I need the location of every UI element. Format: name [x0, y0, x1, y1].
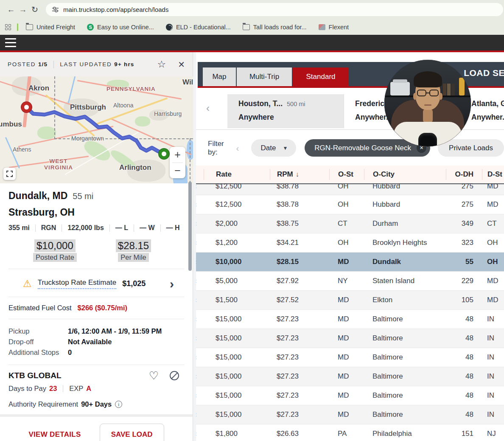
private-loads-pill[interactable]: Private Loads — [438, 139, 504, 157]
view-details-button[interactable]: VIEW DETAILS — [28, 430, 81, 439]
cell-o_city: Staten Island — [364, 277, 446, 285]
favorite-star-icon[interactable]: ☆ — [157, 59, 166, 69]
load-row[interactable]: ‹$15,000$27.23MDBaltimore48IN — [196, 405, 504, 424]
column-header-d_st[interactable]: D-St — [482, 169, 504, 180]
loads-table: RateRPM↓O-StO-CityO-DHD-St ‹$12,500$38.7… — [196, 166, 504, 441]
cell-o_st: OH — [329, 200, 364, 209]
tab-standard[interactable]: Standard — [293, 67, 349, 86]
cell-o_st: MD — [329, 315, 364, 323]
load-row[interactable]: ‹$2,000$38.75CTDurham349CT — [196, 214, 504, 233]
load-row[interactable]: ‹$15,000$27.23MDBaltimore48IN — [196, 329, 504, 348]
bookmark-item[interactable]: Flexent — [319, 24, 349, 31]
left-panel-scrollbar[interactable] — [188, 182, 192, 271]
cell-o_dh: 48 — [446, 410, 482, 419]
route-map[interactable]: + − AkronPENNSYLVANIAPittsburghAltoonaHa… — [0, 76, 193, 183]
filter-by-label: Filter by: — [208, 140, 228, 157]
search-tab[interactable]: Houston, T...500 miAnywhere — [227, 94, 344, 128]
bookmarks-separator — [17, 23, 18, 31]
load-row[interactable]: ‹$1,500$27.52MDElkton105MD — [196, 291, 504, 310]
chevron-right-icon[interactable]: › — [170, 279, 174, 289]
cell-o_st: MD — [329, 296, 364, 304]
column-header-rate[interactable]: Rate — [204, 169, 270, 180]
reload-icon[interactable]: ↻ — [29, 5, 41, 14]
cell-o_dh: 48 — [446, 391, 482, 400]
map-label: Arlington — [119, 163, 151, 172]
bookmark-label: Easy to use Online... — [97, 24, 154, 31]
block-icon[interactable] — [170, 371, 179, 380]
detail-panel-header: POSTED 1/5 LAST UPDATED 9+ hrs ☆ ✕ — [0, 52, 193, 76]
info-icon[interactable]: i — [115, 401, 122, 408]
origin-marker[interactable] — [159, 149, 169, 159]
cell-rate: $1,500 — [204, 296, 270, 304]
bookmark-item[interactable]: SEasy to use Online... — [87, 24, 154, 31]
posted-rate-label: Posted Rate — [33, 253, 77, 262]
tune-icon — [52, 6, 59, 13]
chevron-left-icon[interactable]: ‹ — [206, 102, 210, 114]
cell-d_st: NJ — [482, 430, 504, 438]
cell-o_city: Baltimore — [364, 353, 446, 362]
cell-o_city: Baltimore — [364, 315, 446, 323]
microphone — [418, 133, 437, 146]
schedule-list: Pickup1/6, 12:00 AM - 1/9, 11:59 PMDrop-… — [8, 326, 184, 358]
column-header-rpm[interactable]: RPM↓ — [270, 169, 329, 180]
destination-marker[interactable] — [21, 102, 32, 112]
load-row[interactable]: ‹$10,000$28.15MDDundalk55OH — [196, 253, 504, 272]
heart-icon[interactable]: ♡ — [149, 370, 159, 381]
load-row[interactable]: ‹$12,500$38.78OHHubbard275MD — [196, 183, 504, 195]
broker-name: KTB GLOBAL — [8, 371, 62, 380]
detail-footer: VIEW DETAILS SAVE LOAD — [0, 417, 193, 441]
load-row[interactable]: ‹$15,000$27.23MDBaltimore48IN — [196, 310, 504, 329]
bookmark-item[interactable]: ELD - Educational... — [166, 24, 231, 31]
rate-estimate-row[interactable]: ⚠ Truckstop Rate Estimate $1,025 › — [8, 276, 184, 290]
books — [447, 84, 451, 96]
cell-rpm: $27.23 — [270, 315, 329, 323]
fullscreen-icon[interactable] — [3, 168, 16, 180]
map-label: Harrisburg — [154, 110, 182, 117]
bookmark-item[interactable]: Tall loads road for... — [243, 24, 307, 31]
forward-icon[interactable]: → — [17, 5, 29, 14]
load-row[interactable]: ‹$1,800$26.63PAPhiladelphia151NJ — [196, 424, 504, 441]
chevron-left-icon[interactable]: ‹ — [236, 143, 239, 153]
back-icon[interactable]: ← — [5, 5, 17, 14]
cell-o_city: Brooklyn Heights — [364, 239, 446, 247]
search-radius: 500 mi — [287, 101, 305, 107]
zoom-in-button[interactable]: + — [170, 147, 185, 163]
load-row[interactable]: ‹$15,000$27.23MDBaltimore48IN — [196, 348, 504, 367]
cell-o_dh: 48 — [446, 315, 482, 323]
column-header-o_city[interactable]: O-City — [364, 169, 446, 180]
rate-estimate-label[interactable]: Truckstop Rate Estimate — [38, 278, 117, 289]
load-row[interactable]: ‹$15,000$27.23MDBaltimore48IN — [196, 386, 504, 405]
trip-miles: 355 mi — [8, 224, 30, 232]
close-icon[interactable]: ✕ — [178, 60, 185, 69]
tab-multi-trip[interactable]: Multi-Trip — [237, 67, 292, 86]
load-row[interactable]: ‹$1,200$34.21OHBrooklyn Heights323OH — [196, 233, 504, 253]
cell-rpm: $27.92 — [270, 277, 329, 285]
cell-o_dh: 48 — [446, 353, 482, 362]
browser-toolbar: ← → ↻ main.truckstop.com/app/search/load… — [0, 0, 504, 19]
zoom-out-button[interactable]: − — [170, 163, 185, 179]
column-header-o_dh[interactable]: O-DH — [446, 169, 482, 180]
cell-o_city: Baltimore — [364, 391, 446, 400]
table-header: RateRPM↓O-StO-CityO-DHD-St — [196, 166, 504, 183]
address-bar[interactable]: main.truckstop.com/app/search/loads — [46, 3, 503, 16]
apps-grid-icon[interactable] — [5, 24, 11, 30]
person — [439, 93, 442, 100]
menu-icon[interactable] — [5, 38, 16, 47]
load-row[interactable]: ‹$12,500$38.78OHHubbard275MD — [196, 195, 504, 214]
load-row[interactable]: ‹$15,000$27.23MDBaltimore48IN — [196, 367, 504, 386]
column-header-o_st[interactable]: O-St — [329, 169, 364, 180]
load-row[interactable]: ‹$5,000$27.92NYStaten Island229MD — [196, 272, 504, 291]
cell-o_st: MD — [329, 258, 364, 266]
cell-o_city: Hubbard — [364, 183, 446, 191]
tab-map[interactable]: Map — [203, 67, 236, 86]
bookmark-item[interactable]: United Freight — [26, 24, 75, 31]
cell-o_st: MD — [329, 410, 364, 419]
person — [424, 104, 431, 106]
save-load-button[interactable]: SAVE LOAD — [100, 424, 164, 441]
origin-deadhead: 55 mi — [73, 191, 93, 201]
cell-rate: $12,500 — [204, 200, 270, 209]
map-label: Altoona — [113, 102, 133, 109]
cell-d_st: IN — [482, 391, 504, 400]
date-filter-pill[interactable]: Date ▼ — [251, 139, 297, 157]
cell-d_st: IN — [482, 410, 504, 419]
